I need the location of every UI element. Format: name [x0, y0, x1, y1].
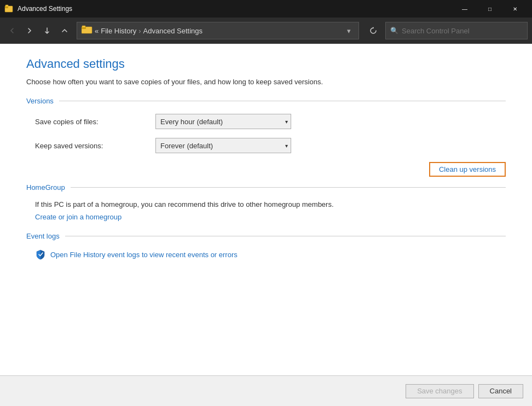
search-icon: 🔍 — [390, 27, 398, 34]
breadcrumb-file-history[interactable]: File History — [101, 27, 136, 35]
homegroup-label: HomeGroup — [26, 183, 65, 192]
search-bar[interactable]: 🔍 — [385, 22, 528, 39]
address-dropdown-icon[interactable]: ▾ — [343, 27, 354, 35]
svg-rect-5 — [82, 26, 85, 27]
event-logs-divider — [65, 236, 506, 236]
svg-rect-2 — [5, 5, 8, 7]
homegroup-text: If this PC is part of a homegroup, you c… — [26, 200, 506, 208]
address-bar[interactable]: « File History › Advanced Settings ▾ — [77, 22, 359, 39]
cleanup-versions-button[interactable]: Clean up versions — [429, 162, 506, 177]
title-bar: Advanced Settings — □ ✕ — [0, 0, 532, 18]
minimize-button[interactable]: — — [452, 0, 477, 18]
breadcrumb-root: « — [95, 27, 99, 35]
app-icon — [4, 4, 13, 13]
event-log-row: Open File History event logs to view rec… — [26, 249, 506, 260]
search-input[interactable] — [402, 27, 523, 35]
event-log-link[interactable]: Open File History event logs to view rec… — [50, 251, 238, 259]
breadcrumb: « File History › Advanced Settings — [95, 27, 343, 35]
save-copies-row: Save copies of files: Every 10 minutes E… — [26, 114, 506, 129]
versions-label: Versions — [26, 97, 54, 105]
recent-button[interactable] — [39, 23, 55, 38]
keep-versions-row: Keep saved versions: Until space is need… — [26, 138, 506, 153]
homegroup-link[interactable]: Create or join a homegroup — [26, 213, 506, 221]
close-button[interactable]: ✕ — [502, 0, 528, 18]
breadcrumb-separator: › — [138, 27, 141, 35]
window-title: Advanced Settings — [18, 5, 452, 13]
versions-divider — [59, 101, 506, 101]
homegroup-section-header: HomeGroup — [26, 183, 506, 192]
navigation-bar: « File History › Advanced Settings ▾ 🔍 — [0, 18, 532, 44]
versions-section-header: Versions — [26, 97, 506, 105]
forward-button[interactable] — [22, 23, 37, 38]
save-copies-select-wrapper: Every 10 minutes Every 15 minutes Every … — [155, 114, 291, 129]
footer: Save changes Cancel — [0, 375, 532, 406]
keep-versions-select[interactable]: Until space is needed 1 month 3 months 6… — [155, 138, 291, 153]
content-area: Advanced settings Choose how often you w… — [0, 44, 532, 375]
breadcrumb-current: Advanced Settings — [143, 27, 203, 35]
homegroup-divider — [71, 187, 506, 188]
save-copies-select[interactable]: Every 10 minutes Every 15 minutes Every … — [155, 114, 291, 129]
event-logs-label: Event logs — [26, 232, 60, 240]
page-title: Advanced settings — [26, 57, 506, 71]
save-changes-button[interactable]: Save changes — [406, 384, 473, 398]
cancel-button[interactable]: Cancel — [478, 384, 523, 398]
keep-versions-select-wrapper: Until space is needed 1 month 3 months 6… — [155, 138, 291, 153]
save-copies-label: Save copies of files: — [35, 118, 155, 126]
up-button[interactable] — [57, 23, 72, 38]
folder-icon — [82, 25, 92, 36]
cleanup-row: Clean up versions — [26, 162, 506, 177]
page-subtitle: Choose how often you want to save copies… — [26, 78, 506, 86]
event-logs-section-header: Event logs — [26, 232, 506, 240]
refresh-button[interactable] — [366, 23, 381, 38]
shield-icon — [35, 249, 46, 260]
maximize-button[interactable]: □ — [477, 0, 502, 18]
window-controls: — □ ✕ — [452, 0, 528, 18]
keep-versions-label: Keep saved versions: — [35, 142, 155, 150]
back-button[interactable] — [4, 23, 20, 38]
